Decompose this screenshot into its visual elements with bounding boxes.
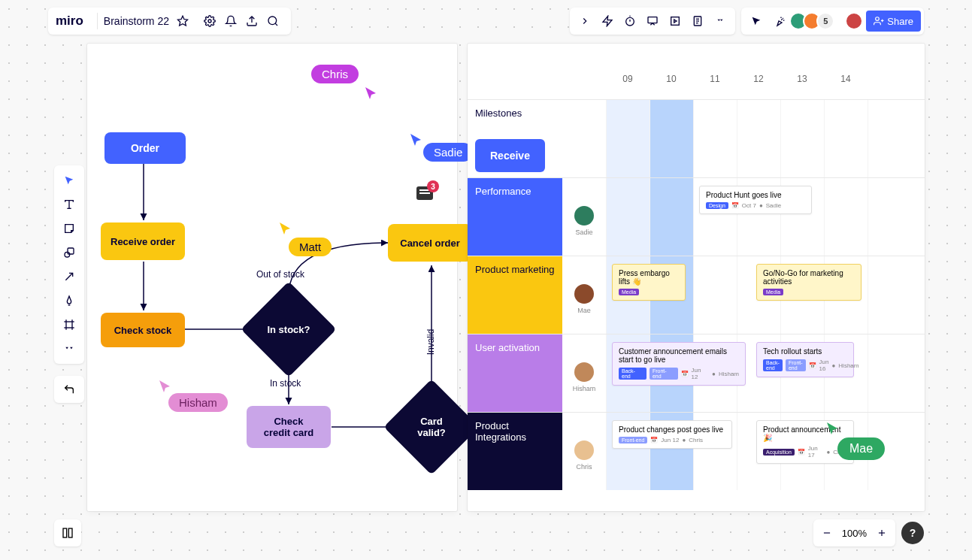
svg-marker-11 — [674, 20, 677, 23]
expand-icon[interactable] — [574, 11, 595, 32]
timeline-card[interactable]: Go/No-Go for marketing activities Media — [756, 264, 861, 301]
text-tool[interactable] — [54, 192, 84, 216]
more-icon[interactable] — [710, 11, 731, 32]
comment-badge: 3 — [427, 180, 439, 192]
timeline-header: 09 10 11 12 13 14 — [468, 74, 925, 95]
upload-icon[interactable] — [241, 11, 262, 32]
svg-marker-0 — [177, 16, 187, 26]
day-col: 11 — [693, 74, 737, 95]
minimap-button[interactable] — [54, 519, 81, 546]
timeline-card[interactable]: Press embargo lifts 👋 Media — [612, 264, 686, 301]
milestone-receive[interactable]: Receive — [475, 139, 545, 172]
svg-line-4 — [275, 23, 277, 26]
star-icon[interactable] — [172, 11, 193, 32]
day-col: 10 — [650, 74, 693, 95]
toolbar — [54, 165, 84, 364]
timeline-row[interactable]: Product marketing Mae Press embargo lift… — [468, 256, 925, 334]
current-user-avatar[interactable] — [845, 12, 863, 30]
zoom-in-button[interactable] — [871, 522, 892, 543]
timeline-card[interactable]: Customer announcement emails start to go… — [612, 342, 746, 386]
bolt-icon[interactable] — [597, 11, 618, 32]
label-in-stock: In stock — [270, 378, 301, 389]
svg-rect-34 — [68, 528, 72, 537]
timeline-row[interactable]: Performance Sadie Product Hunt goes live… — [468, 177, 925, 256]
cursor-chris: Chris — [311, 65, 359, 83]
svg-point-24 — [65, 252, 70, 257]
svg-rect-10 — [671, 17, 680, 26]
presentation-icon[interactable] — [642, 11, 663, 32]
day-col: 12 — [737, 74, 780, 95]
svg-point-1 — [208, 20, 211, 23]
collaborator-avatars[interactable]: 5 — [794, 12, 834, 30]
undo-button[interactable] — [54, 376, 84, 403]
node-cancel-order[interactable]: Cancel order — [388, 224, 472, 262]
cursor-mae: Mae — [837, 437, 885, 460]
row-label: Product marketing — [468, 256, 562, 334]
node-order[interactable]: Order — [104, 132, 186, 164]
board-name[interactable]: Brainstorm 22 — [104, 15, 172, 27]
timeline-card[interactable]: Product changes post goes live Front-end… — [612, 420, 732, 449]
node-card-valid-decision[interactable]: Card valid? — [398, 393, 465, 461]
day-col: 13 — [780, 74, 824, 95]
row-label: Product Integrations — [468, 413, 562, 490]
timeline-frame[interactable]: 09 10 11 12 13 14 Milestones Receive Per… — [468, 44, 925, 511]
timeline-row-milestones[interactable]: Milestones Receive — [468, 99, 925, 177]
logo[interactable]: miro — [56, 14, 91, 29]
more-tools[interactable] — [54, 337, 84, 361]
timer-icon[interactable] — [619, 11, 640, 32]
label-out-of-stock: Out of stock — [256, 269, 304, 280]
cursor-matt: Matt — [289, 238, 332, 256]
row-label: User activation — [468, 334, 562, 412]
row-label: Performance — [468, 178, 562, 256]
reactions-icon[interactable] — [770, 11, 791, 32]
svg-point-3 — [268, 17, 277, 25]
select-tool[interactable] — [54, 168, 84, 192]
timeline-card[interactable]: Product Hunt goes live Design 📅 Oct 7 ● … — [699, 186, 812, 214]
day-col: 14 — [824, 74, 868, 95]
svg-point-6 — [626, 17, 634, 26]
svg-rect-9 — [648, 17, 657, 23]
svg-marker-32 — [70, 347, 73, 350]
arrow-tool[interactable] — [54, 265, 84, 289]
avatar-count[interactable]: 5 — [816, 12, 834, 30]
svg-point-18 — [876, 17, 880, 21]
search-icon[interactable] — [262, 11, 283, 32]
cursor-hisham: Hisham — [168, 393, 228, 412]
zoom-out-button[interactable] — [816, 522, 837, 543]
node-receive-order[interactable]: Receive order — [101, 222, 185, 260]
frame-icon[interactable] — [665, 11, 686, 32]
sticky-tool[interactable] — [54, 216, 84, 241]
timeline-row[interactable]: User activation Hisham Customer announce… — [468, 334, 925, 412]
node-check-credit[interactable]: Check credit card — [247, 406, 331, 448]
cursor-mode-icon[interactable] — [746, 11, 767, 32]
svg-marker-5 — [603, 16, 612, 26]
svg-marker-17 — [720, 20, 723, 21]
frame-tool[interactable] — [54, 313, 84, 337]
cursor-sadie: Sadie — [423, 143, 473, 162]
flowchart-frame[interactable]: Order Receive order Check stock Cancel o… — [87, 44, 457, 511]
svg-line-25 — [65, 273, 72, 280]
comment-thread[interactable]: 3 — [416, 186, 433, 200]
pen-tool[interactable] — [54, 289, 84, 313]
shape-tool[interactable] — [54, 241, 84, 265]
node-check-stock[interactable]: Check stock — [101, 313, 185, 347]
timeline-card[interactable]: Tech rollout starts Back-endFront-end 📅 … — [756, 342, 854, 377]
svg-rect-23 — [68, 248, 74, 254]
bell-icon[interactable] — [220, 11, 241, 32]
day-col: 09 — [606, 74, 650, 95]
svg-marker-31 — [65, 347, 68, 350]
svg-marker-16 — [718, 20, 721, 21]
svg-rect-33 — [63, 528, 67, 537]
node-in-stock-decision[interactable]: In stock? — [255, 295, 322, 363]
zoom-level[interactable]: 100% — [837, 528, 871, 539]
share-button[interactable]: Share — [866, 11, 921, 32]
help-button[interactable]: ? — [901, 522, 924, 544]
label-invalid: Invalid — [425, 329, 436, 356]
settings-icon[interactable] — [199, 11, 220, 32]
notes-icon[interactable] — [687, 11, 708, 32]
